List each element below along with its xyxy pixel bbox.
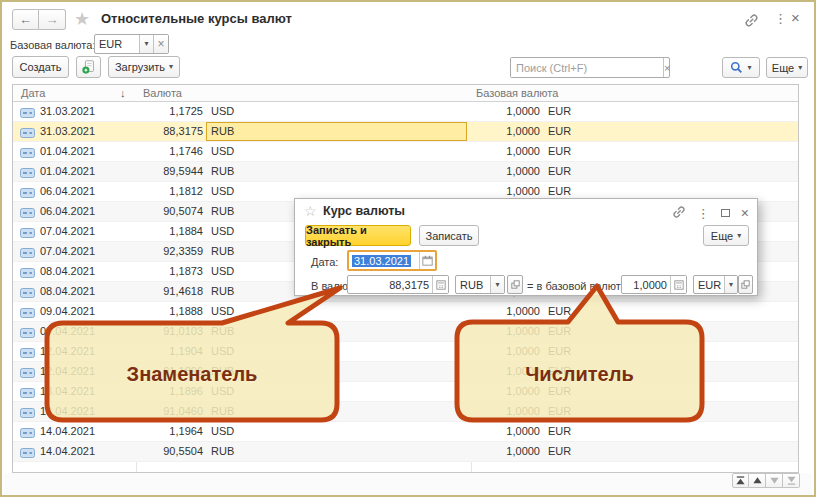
sort-desc-icon[interactable]: ↓ — [120, 85, 126, 101]
table-row[interactable]: 01.04.2021 89,5944 RUB 1,0000 EUR — [13, 162, 798, 182]
in-currency-value[interactable]: 88,3175 — [348, 276, 432, 293]
record-icon — [20, 446, 35, 457]
base-currency-value[interactable]: EUR — [95, 35, 139, 53]
more-button[interactable]: Еще▾ — [766, 57, 808, 78]
table-row[interactable]: 31.03.2021 1,1725 USD 1,0000 EUR — [13, 102, 798, 122]
denominator-callout-bubble — [42, 285, 352, 425]
clear-icon: × — [664, 62, 670, 74]
cell-base-rate[interactable]: 1,0000 — [408, 122, 540, 141]
create-button[interactable]: Создать — [12, 56, 69, 78]
cell-base-currency[interactable]: EUR — [548, 102, 571, 121]
search-clear-button[interactable]: × — [663, 58, 670, 77]
close-dialog-icon[interactable]: × — [741, 205, 749, 221]
cell-base-currency[interactable]: EUR — [548, 122, 571, 141]
load-button[interactable]: Загрузить▾ — [108, 56, 180, 78]
record-icon — [20, 126, 35, 137]
cell-rate[interactable]: 1,1725 — [68, 102, 203, 121]
calendar-icon — [422, 255, 433, 266]
search-input[interactable] — [511, 58, 663, 77]
calculator-button[interactable] — [432, 276, 448, 293]
chevron-down-icon: ▾ — [747, 64, 751, 72]
cell-rate[interactable]: 92,3359 — [68, 242, 203, 261]
chevron-down-icon: ▾ — [798, 64, 802, 72]
favorite-star-icon[interactable]: ☆ — [304, 203, 317, 219]
cell-base-currency[interactable]: EUR — [548, 162, 571, 181]
cell-currency[interactable]: RUB — [211, 442, 234, 461]
cell-base-currency[interactable]: EUR — [548, 442, 571, 461]
dialog-title: Курс валюты — [323, 204, 405, 218]
record-icon — [20, 146, 35, 157]
cell-rate[interactable]: 1,1812 — [68, 182, 203, 201]
go-last-button[interactable] — [783, 473, 800, 488]
record-icon — [20, 206, 35, 217]
cell-rate[interactable]: 90,5504 — [68, 442, 203, 461]
search-box: × — [510, 57, 670, 78]
down-icon — [769, 475, 780, 486]
cell-rate[interactable]: 89,5944 — [68, 162, 203, 181]
record-icon — [20, 226, 35, 237]
table-row[interactable]: 01.04.2021 1,1746 USD 1,0000 EUR — [13, 142, 798, 162]
link-icon[interactable] — [672, 205, 686, 221]
cell-currency[interactable]: USD — [211, 102, 234, 121]
maximize-icon[interactable] — [721, 209, 730, 217]
link-icon[interactable] — [744, 13, 759, 30]
cell-base-rate[interactable]: 1,0000 — [408, 162, 540, 181]
record-icon — [20, 166, 35, 177]
back-button[interactable]: ← — [12, 9, 39, 30]
go-first-button[interactable] — [732, 473, 749, 488]
close-form-icon[interactable]: × — [791, 9, 800, 26]
cell-base-rate[interactable]: 1,0000 — [408, 102, 540, 121]
cell-base-rate[interactable]: 1,0000 — [408, 442, 540, 461]
record-icon — [20, 246, 35, 257]
record-icon — [20, 286, 35, 297]
chevron-down-icon: ▾ — [737, 232, 741, 240]
cell-currency[interactable]: USD — [211, 262, 234, 281]
base-currency-dropdown-button[interactable]: ▾ — [139, 35, 153, 53]
go-up-button[interactable] — [749, 473, 766, 488]
forward-button[interactable]: → — [39, 9, 66, 30]
base-currency-clear-button[interactable]: × — [153, 35, 168, 53]
record-icon — [20, 406, 35, 417]
search-icon — [730, 61, 743, 74]
column-header-date[interactable]: Дата — [21, 85, 45, 101]
table-row[interactable]: 31.03.2021 88,3175 RUB 1,0000 EUR — [13, 122, 798, 142]
cell-currency[interactable]: RUB — [211, 122, 234, 141]
copy-button[interactable] — [76, 56, 101, 78]
cell-currency[interactable]: USD — [211, 182, 234, 201]
date-value[interactable]: 31.03.2021 — [352, 255, 411, 267]
dialog-more-button[interactable]: Еще▾ — [703, 225, 749, 246]
cell-rate[interactable]: 1,1873 — [68, 262, 203, 281]
favorite-star-icon[interactable]: ★ — [74, 8, 90, 30]
row-navigation-group — [732, 473, 800, 488]
cell-rate[interactable]: 88,3175 — [68, 122, 203, 141]
menu-dots-icon[interactable]: ⋮ — [697, 207, 710, 220]
cell-base-rate[interactable]: 1,0000 — [408, 142, 540, 161]
table-row[interactable]: 14.04.2021 1,1964 USD 1,0000 EUR — [13, 422, 798, 442]
calendar-button[interactable] — [419, 252, 435, 269]
go-down-button[interactable] — [766, 473, 783, 488]
cell-currency[interactable]: USD — [211, 222, 234, 241]
cell-rate[interactable]: 1,1746 — [68, 142, 203, 161]
cell-currency[interactable]: USD — [211, 142, 234, 161]
cell-currency[interactable]: RUB — [211, 202, 234, 221]
save-button[interactable]: Записать — [419, 225, 479, 246]
cell-currency[interactable]: RUB — [211, 242, 234, 261]
column-header-base-currency[interactable]: Базовая валюта — [476, 85, 558, 101]
table-row[interactable]: 14.04.2021 90,5504 RUB 1,0000 EUR — [13, 442, 798, 462]
cell-base-currency[interactable]: EUR — [548, 142, 571, 161]
cell-currency[interactable]: RUB — [211, 162, 234, 181]
menu-dots-icon[interactable]: ⋮ — [774, 12, 787, 25]
denominator-callout-label: Знаменатель — [47, 363, 337, 386]
status-area — [4, 473, 812, 495]
search-button[interactable]: ▾ — [722, 57, 760, 78]
base-currency-combo[interactable]: EUR ▾ × — [94, 34, 169, 54]
record-icon — [20, 366, 35, 377]
date-field[interactable]: 31.03.2021 — [347, 250, 437, 271]
cell-rate[interactable]: 90,5074 — [68, 202, 203, 221]
chevron-down-icon: ▾ — [144, 40, 148, 48]
cell-rate[interactable]: 1,1884 — [68, 222, 203, 241]
save-close-button[interactable]: Записать и закрыть — [305, 225, 411, 246]
column-header-currency[interactable]: Валюта — [143, 85, 182, 101]
currency-rate-dialog: ☆ Курс валюты ⋮ × Записать и закрыть Зап… — [294, 198, 758, 296]
in-currency-field[interactable]: 88,3175 — [347, 275, 449, 294]
